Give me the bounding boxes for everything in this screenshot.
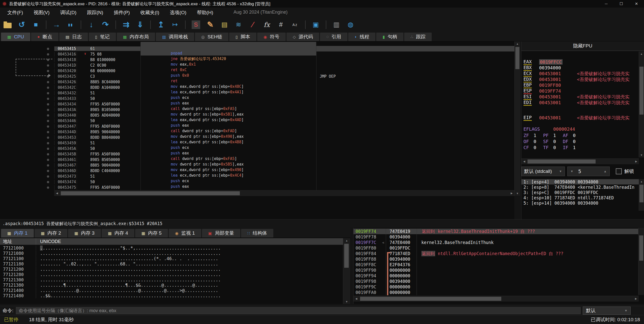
scroll-left-icon[interactable]: ◀ [54,191,60,196]
argument-row[interactable]: 3: [esp+C] 0019FFDC 0019FFDC [521,190,639,195]
registers-hscrollbar[interactable]: ◀ ▶ [521,158,639,164]
memory-row[interactable]: 77121400 ..............@................… [0,288,343,293]
eip-row[interactable]: EIP 00453001 <吾爱破解论坛学习脱壳实 [521,115,639,121]
breakpoint-dot[interactable] [47,64,49,67]
breakpoint-dot[interactable] [47,131,49,133]
tab-log[interactable]: ▤ 日志 [59,33,88,41]
breakpoint-dot[interactable] [47,98,49,100]
profile-select[interactable]: 默认 ▼ [583,307,631,315]
pause-icon[interactable]: ▮▮ [67,19,75,30]
graph-icon[interactable]: ≋ [235,19,243,30]
tab-source[interactable]: ◇ 源代码 [286,33,319,41]
menu-help[interactable]: 帮助(H) [192,9,218,16]
register-row[interactable]: ECX 00453001 <吾爱破解论坛学习脱壳实 [521,71,637,76]
tab-locals[interactable]: ▣ 局部变量 [202,229,240,237]
tab-threads[interactable]: ◗ 线程 [348,33,376,41]
run-icon[interactable]: → [52,19,61,30]
menu-options[interactable]: 选项(O) [165,9,192,16]
execute-till-return-icon[interactable]: ↥ [157,19,165,30]
address-column-header[interactable]: 地址 [0,238,36,245]
stop-icon[interactable]: ■ [32,19,40,30]
trace-into-icon[interactable]: ⇉ [122,19,130,30]
register-row[interactable]: EDX 00453001 <吾爱破解论坛学习脱壳实 [521,76,637,82]
memory-row[interactable]: 77121200 ...............................… [0,266,343,272]
tab-breakpoints[interactable]: ● 断点 [31,33,58,41]
memory-row[interactable]: 77121280 ...............................… [0,272,343,277]
calling-convention-select[interactable]: 默认 (stdcall) ▼ [521,167,565,176]
tab-watch-1[interactable]: ◉ 监视 1 [169,229,201,237]
stack-row[interactable]: 0019FF84 771874ED 返回到 ntdll.RtlGetAppCon… [354,251,639,256]
menu-view[interactable]: 视图(V) [28,9,55,16]
menu-debug[interactable]: 调试(D) [55,9,82,16]
breakpoint-dot[interactable] [47,81,49,83]
scroll-up-icon[interactable]: ▲ [343,239,350,242]
open-file-icon[interactable] [4,23,12,28]
register-row[interactable]: ESP 0019FF74 [521,88,637,94]
register-row[interactable]: EBP 0019FF80 [521,82,637,88]
scroll-thumb[interactable] [360,297,501,301]
breakpoint-dot[interactable] [47,142,49,144]
command-input[interactable] [16,307,581,314]
stack-hscrollbar[interactable]: ◀ ▶ [354,296,639,302]
tab-dump-1[interactable]: ▦ 内存 1 [1,229,34,237]
restart-icon[interactable]: ↺ [18,19,26,30]
stack-row[interactable]: 0019FF90 00000000 [354,267,639,273]
stack-row[interactable]: 0019FF7C < 747E0400 kernel32.BaseThreadI… [354,240,639,245]
stack-row[interactable]: 0019FF80 0019FFDC [354,245,639,251]
memory-row[interactable]: 77121380 .........¶.....................… [0,282,343,288]
stack-row[interactable]: 0019FF8C E2F04376 [354,262,639,267]
tab-trace[interactable]: ∴ 跟踪 [404,33,432,41]
breakpoint-dot[interactable] [47,114,49,117]
spin-down-icon[interactable]: ▼ [568,170,576,173]
memory-row[interactable]: 77121300 ...............................… [0,277,343,282]
menu-file[interactable]: 文件(F) [2,9,28,16]
scroll-right-icon[interactable]: ▶ [509,191,514,196]
disasm-vscrollbar[interactable]: ▲ ▼ [514,41,520,196]
breakpoint-dot[interactable] [47,125,49,128]
register-row[interactable]: EBX 00394000 [521,65,637,71]
stack-row[interactable]: 0019FF94 00000000 [354,273,639,279]
scroll-down-icon[interactable]: ▼ [639,154,644,156]
scroll-thumb[interactable] [515,47,519,69]
trace-over-icon[interactable]: ⇓ [136,19,144,30]
scroll-left-icon[interactable]: ◀ [521,159,527,164]
args-vscrollbar[interactable]: ▲ [639,179,644,211]
scroll-right-icon[interactable]: ▶ [633,296,639,302]
memory-row[interactable]: 77121180 ........ "..02..,... ".........… [0,261,343,266]
stack-row[interactable]: 0019FF98 00394000 [354,279,639,284]
separator[interactable] [81,20,81,29]
stack-row[interactable]: 0019FF88 00394000 [354,256,639,262]
breakpoint-dot[interactable] [47,153,49,155]
memory-row[interactable]: 77121080 ...............................… [0,251,343,256]
stack-row[interactable]: 0019FF78 00394000 [354,234,639,240]
tab-references[interactable]: ◌ 引用 [320,33,347,41]
scroll-up-icon[interactable]: ▲ [639,180,644,183]
stack-vscrollbar[interactable] [638,228,644,295]
close-button[interactable]: ✕ [629,0,644,8]
memory-row[interactable]: 77121100 ...............................… [0,256,343,261]
scroll-left-icon[interactable]: ◀ [354,296,359,302]
memory-columns-icon[interactable]: ▥ [332,19,340,30]
memory-vscrollbar[interactable]: ▲ ▼ [343,238,350,304]
separator[interactable] [185,20,186,29]
highlight-icon[interactable]: ∕ [249,19,257,30]
register-row[interactable]: EDI 00453001 <吾爱破解论坛学习脱壳实 [521,100,637,105]
world-icon[interactable]: ◍ [346,19,355,30]
scroll-up-icon[interactable]: ▲ [639,52,644,55]
scroll-thumb[interactable] [639,235,643,261]
comment-icon[interactable]: ▤ [220,19,228,30]
separator[interactable] [326,20,326,29]
maximize-button[interactable]: ☐ [614,0,629,8]
memory-row[interactable]: 77121000 ...............................… [0,245,343,251]
scroll-down-icon[interactable]: ▼ [343,300,350,303]
unlock-checkbox[interactable] [616,168,622,174]
breakpoint-dot[interactable] [47,70,49,72]
tab-handles[interactable]: ▮ 句柄 [376,33,403,41]
register-row[interactable]: ESI 00453001 <吾爱破解论坛学习脱壳实 [521,94,637,100]
script-s-icon[interactable]: S [192,20,200,29]
eflags-row[interactable]: EFLAGS 00000244 [521,126,639,132]
breakpoint-dot[interactable] [47,53,49,56]
minimize-button[interactable]: ─ [599,0,614,8]
argument-row[interactable]: 2: [esp+8] 747E0400 <kernel32.BaseThread… [521,184,639,190]
breakpoint-dot[interactable] [47,175,49,178]
